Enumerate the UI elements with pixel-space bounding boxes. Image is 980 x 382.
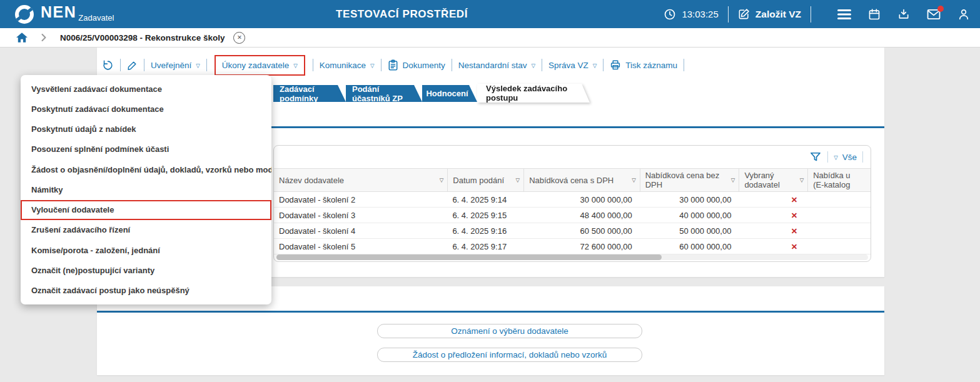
horizontal-scrollbar[interactable] — [276, 254, 868, 260]
filter-all-dropdown[interactable]: ▽ Vše — [834, 153, 857, 162]
filter-separator — [827, 151, 828, 163]
chevron-right-icon — [40, 33, 48, 42]
close-record-icon[interactable]: ✕ — [233, 32, 245, 44]
price-without-vat: 50 000 000,00 — [640, 226, 739, 236]
menu-item-posouzeni-splneni-podminek[interactable]: Posouzení splnění podmínek účasti — [21, 139, 271, 159]
menu-item-oznacit-neuspesny[interactable]: Označit zadávací postup jako neúspěšný — [21, 281, 271, 301]
submission-date: 6. 4. 2025 9:15 — [447, 211, 523, 220]
menu-item-zadost-o-objasneni[interactable]: Žádost o objasnění/doplnění údajů, dokla… — [21, 159, 271, 179]
logo-subtitle: Zadavatel — [78, 13, 114, 23]
toolbar-item-tisk-zaznamu[interactable]: Tisk záznamu — [610, 59, 677, 71]
menu-item-oznacit-varianty[interactable]: Označit (ne)postupující varianty — [21, 260, 271, 280]
filter-icon[interactable] — [809, 151, 822, 163]
column-header-nazev-dodavatele[interactable]: Název dodavatele ▽ — [274, 169, 447, 191]
chevron-down-icon: ▽ — [370, 63, 375, 69]
environment-title: TESTOVACÍ PROSTŘEDÍ — [336, 8, 468, 21]
submission-date: 6. 4. 2025 9:17 — [447, 242, 523, 251]
menu-item-poskytnuti-udaju-z-nabidek[interactable]: Poskytnutí údajů z nabídek — [21, 119, 271, 139]
sort-icon: ▽ — [516, 176, 520, 185]
table-filter-row: ▽ Vše — [274, 146, 871, 168]
chevron-down-icon: ▽ — [293, 63, 298, 69]
not-selected-icon: ✕ — [791, 211, 797, 220]
menu-item-namitky[interactable]: Námitky — [21, 179, 271, 199]
tab-bar: Zadávací podmínky Podání účastníků ZP Ho… — [273, 84, 590, 103]
oznameni-o-vyberu-button[interactable]: Oznámení o výběru dodavatele — [377, 324, 642, 338]
menu-item-poskytnuti-zadavaci-dokumentace[interactable]: Poskytnutí zadávací dokumentace — [21, 99, 271, 119]
supplier-name: Dodavatel - školení 3 — [274, 211, 447, 220]
column-header-vybrany-dodavatel[interactable]: Vybraný dodavatel ▽ — [739, 169, 807, 191]
current-time: 13:03:25 — [682, 9, 718, 19]
price-with-vat: 60 500 000,00 — [523, 226, 640, 236]
breadcrumb: N006/25/V00003298 - Rekonstrukce školy ✕ — [0, 28, 980, 48]
chevron-down-icon: ▽ — [531, 63, 535, 69]
clock-icon — [664, 8, 676, 21]
document-icon — [388, 59, 398, 71]
calendar-icon[interactable] — [868, 8, 881, 21]
column-header-cena-bez-dph[interactable]: Nabídková cena bez DPH ▽ — [640, 169, 739, 191]
toolbar-separator — [684, 59, 684, 71]
toolbar-separator — [206, 59, 207, 71]
tab-vysledek-zadavaciho-postupu[interactable]: Výsledek zadávacího postupu — [477, 84, 590, 103]
table-row[interactable]: Dodavatel - školení 5 6. 4. 2025 9:17 72… — [274, 239, 871, 254]
supplier-name: Dodavatel - školení 4 — [274, 226, 447, 236]
filter-separator — [862, 151, 863, 163]
screen: NEN Zadavatel TESTOVACÍ PROSTŘEDÍ 13:03:… — [0, 0, 980, 382]
menu-item-vysvetleni-zadavaci-dokumentace[interactable]: Vysvětlení zadávací dokumentace — [21, 79, 271, 99]
edit-icon — [738, 8, 750, 20]
nen-logo-icon — [14, 4, 35, 25]
header-separator — [728, 6, 729, 23]
menu-item-vylouceni-dodavatele[interactable]: Vyloučení dodavatele — [21, 200, 271, 220]
supplier-name: Dodavatel - školení 2 — [274, 195, 447, 204]
toolbar-item-ukony-zadavatele[interactable]: Úkony zadavatele ▽ — [215, 55, 305, 76]
toolbar-item-uverejneni[interactable]: Uveřejnění ▽ — [151, 61, 200, 70]
zadost-o-predlozeni-button[interactable]: Žádost o předložení informací, dokladů n… — [377, 348, 642, 362]
column-header-datum-podani[interactable]: Datum podání ▽ — [447, 169, 523, 191]
not-selected-icon: ✕ — [791, 227, 797, 236]
price-without-vat: 40 000 000,00 — [640, 211, 739, 220]
breadcrumb-record-label: N006/25/V00003298 - Rekonstrukce školy — [60, 33, 225, 43]
table-row[interactable]: Dodavatel - školení 3 6. 4. 2025 9:15 48… — [274, 208, 871, 223]
nen-logo[interactable]: NEN Zadavatel — [14, 3, 114, 25]
sort-icon: ▽ — [731, 176, 735, 185]
edit-record-icon[interactable] — [127, 60, 138, 71]
column-header-cena-s-dph[interactable]: Nabídková cena s DPH ▽ — [523, 169, 640, 191]
toolbar-item-nestandardni-stav[interactable]: Nestandardní stav ▽ — [458, 61, 535, 70]
download-icon[interactable] — [897, 8, 910, 21]
table-header-row: Název dodavatele ▽ Datum podání ▽ Nabídk… — [274, 168, 871, 192]
toolbar-separator — [144, 59, 144, 71]
not-selected-icon: ✕ — [791, 243, 797, 251]
create-vz-button[interactable]: Založit VZ — [738, 8, 801, 20]
create-vz-label: Založit VZ — [755, 9, 801, 20]
toolbar-item-sprava-vz[interactable]: Správa VZ ▽ — [548, 61, 597, 70]
toolbar-item-komunikace[interactable]: Komunikace ▽ — [320, 61, 375, 70]
menu-item-zruseni-zadavaciho-rizeni[interactable]: Zrušení zadávacího řízení — [21, 220, 271, 240]
logo-text: NEN — [41, 3, 76, 21]
toolbar-item-dokumenty[interactable]: Dokumenty — [388, 59, 445, 71]
scrollbar-thumb[interactable] — [276, 254, 662, 260]
submission-date: 6. 4. 2025 9:16 — [447, 226, 523, 236]
not-selected-icon: ✕ — [791, 196, 797, 204]
notification-badge — [937, 6, 944, 12]
column-header-nabidka-ekatalog[interactable]: Nabídka u (E-katalog — [807, 169, 871, 191]
tab-zadavaci-podminky[interactable]: Zadávací podmínky — [273, 85, 346, 102]
price-with-vat: 72 600 000,00 — [523, 242, 640, 251]
tab-hodnoceni[interactable]: Hodnocení — [422, 85, 477, 102]
table-row[interactable]: Dodavatel - školení 4 6. 4. 2025 9:16 60… — [274, 223, 871, 239]
top-header-bar: NEN Zadavatel TESTOVACÍ PROSTŘEDÍ 13:03:… — [0, 0, 980, 28]
home-icon[interactable] — [16, 32, 28, 43]
header-actions: 13:03:25 Založit VZ — [664, 0, 980, 28]
toolbar-separator — [120, 59, 121, 71]
ukony-zadavatele-menu: Vysvětlení zadávací dokumentace Poskytnu… — [21, 75, 271, 304]
tab-podani-ucastniku-zp[interactable]: Podání účastníků ZP — [346, 85, 422, 102]
table-row[interactable]: Dodavatel - školení 2 6. 4. 2025 9:14 30… — [274, 192, 871, 208]
price-without-vat: 30 000 000,00 — [640, 195, 739, 204]
price-with-vat: 30 000 000,00 — [523, 195, 640, 204]
user-icon[interactable] — [957, 8, 970, 21]
menu-icon[interactable] — [837, 9, 851, 19]
toolbar-separator — [452, 59, 452, 71]
mail-icon[interactable] — [927, 9, 941, 20]
printer-icon — [610, 59, 621, 71]
results-table: ▽ Vše Název dodavatele ▽ Datum podání ▽ … — [273, 145, 871, 262]
history-icon[interactable] — [102, 59, 114, 71]
menu-item-komise-porota[interactable]: Komise/porota - založení, jednání — [21, 240, 271, 260]
